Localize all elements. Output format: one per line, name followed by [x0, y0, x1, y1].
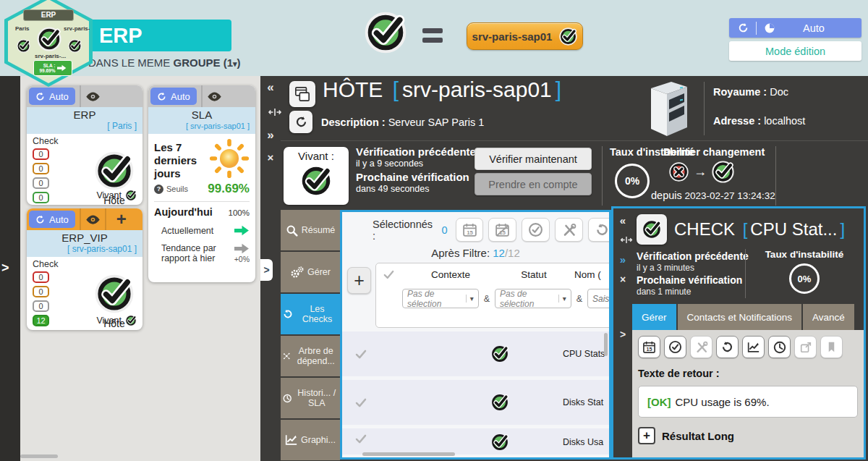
check-row-disks-usage[interactable]: Disks Usa [342, 428, 609, 454]
context-filter-select[interactable]: Pas de sélection ▾ [402, 289, 479, 308]
eye-icon[interactable] [207, 91, 222, 102]
refresh-icon [738, 22, 749, 33]
card-erp-vip[interactable]: Auto + ERP_VIP [ srv-paris-sap01 ] Check… [27, 208, 142, 330]
chevron-down-icon: ▾ [558, 295, 566, 303]
count-unknown-badge[interactable]: 0 [33, 300, 49, 312]
host-title: HÔTE [srv-paris-sap01] [323, 77, 565, 102]
add-check-button[interactable]: + [347, 267, 371, 294]
count-warning-badge[interactable]: 0 [33, 286, 49, 297]
cancel-downtime-button[interactable]: 15 [488, 218, 516, 242]
count-critical-badge[interactable]: 0 [33, 148, 49, 160]
card-erp-body: Check 0 0 0 0 Hôte Vivant [27, 134, 142, 205]
card-erp-vip-title-band: ERP_VIP [ srv-paris-sap01 ] [27, 230, 142, 257]
group-subtitle-prefix: DANS LE MEME [88, 56, 174, 69]
count-unknown-badge[interactable]: 0 [33, 177, 49, 189]
check-type-icon-button [637, 214, 667, 245]
expand-right-icon[interactable]: » [613, 253, 632, 266]
tools-button[interactable] [690, 336, 712, 358]
panel-expand-tab[interactable]: > [260, 259, 273, 281]
eye-icon[interactable] [85, 91, 101, 102]
tab-gerer[interactable]: Gérer [281, 252, 340, 292]
top-bar: ERP DANS LE MEME GROUPE (1▾) srv-paris-s… [0, 0, 868, 76]
tab-graphiques[interactable]: Graphi... [281, 420, 340, 460]
horizontal-scrollbar[interactable] [20, 454, 58, 458]
external-link-icon [799, 341, 812, 354]
sla-today-value: 100% [229, 208, 250, 217]
close-icon[interactable]: × [613, 274, 632, 285]
row-select-checkmark-icon[interactable] [355, 398, 367, 407]
plus-icon[interactable]: + [116, 211, 127, 228]
host-name: srv-paris-sap01 [402, 77, 552, 101]
check-detail-panel: « » × > CHECK [611, 206, 866, 460]
acknowledge-button[interactable] [664, 336, 686, 358]
reset-button[interactable] [716, 336, 739, 358]
row-select-checkmark-icon[interactable] [355, 350, 367, 359]
tab-les-checks[interactable]: Les Checks [281, 294, 340, 334]
collapse-left-icon[interactable]: « [260, 80, 281, 95]
status-filter-select[interactable]: Pas de sélection ▾ [495, 289, 571, 308]
check-row-cpu-stats[interactable]: CPU Stats [342, 331, 609, 376]
column-context[interactable]: Contexte [408, 269, 493, 280]
card-erp-subtitle[interactable]: [ Paris ] [33, 121, 137, 132]
card-erp-header: Auto [27, 85, 142, 107]
row-select-checkmark-icon[interactable] [355, 434, 367, 444]
card-sla[interactable]: Auto SLA [ srv-paris-sap01 ] Les 7 derni… [148, 85, 255, 282]
tab-historique-sla[interactable]: Histori... / SLA [281, 378, 340, 418]
app-screen: ERP DANS LE MEME GROUPE (1▾) srv-paris-s… [0, 0, 868, 461]
card-auto-button[interactable]: Auto [150, 88, 197, 105]
trend-flat-green-icon [234, 225, 250, 236]
group-subtitle[interactable]: DANS LE MEME GROUPE (1▾) [88, 56, 241, 69]
refresh-button[interactable] [289, 111, 312, 133]
check-row-disks-stat[interactable]: Disks Stat [342, 380, 609, 425]
count-warning-badge[interactable]: 0 [33, 163, 49, 174]
schedule-downtime-button[interactable]: 15 [638, 336, 660, 358]
host-type-icon-button[interactable] [289, 81, 315, 107]
tools-button[interactable] [555, 218, 583, 242]
card-erp-vip-subtitle[interactable]: [ srv-paris-sap01 ] [33, 244, 137, 255]
sla-today-label: Aujourd'hui [154, 206, 213, 218]
tab-resume[interactable]: Résumé [281, 210, 340, 250]
sla-thresholds-label[interactable]: Seuils [166, 185, 188, 193]
bookmark-button[interactable] [820, 336, 843, 358]
gears-icon [290, 266, 304, 279]
expand-long-result-button[interactable]: + [638, 427, 655, 444]
card-auto-button[interactable]: Auto [29, 211, 75, 228]
column-status[interactable]: Statut [493, 269, 574, 280]
tab-contacts-notifications[interactable]: Contacts et Notifications [678, 304, 802, 330]
count-ok-badge[interactable]: 0 [33, 192, 49, 203]
tab-avance[interactable]: Avancé [803, 304, 854, 330]
select-all-checkmark-icon[interactable] [383, 270, 394, 279]
host-shortcut-button[interactable]: srv-paris-sap01 [467, 22, 583, 50]
history-button[interactable] [768, 336, 791, 358]
count-critical-badge[interactable]: 0 [33, 271, 49, 283]
collapse-left-icon[interactable]: « [613, 214, 632, 227]
tab-arbre-dependances[interactable]: Arbre de dépend... [281, 336, 340, 376]
count-ok-badge[interactable]: 12 [33, 315, 49, 326]
check-now-button[interactable]: Vérifier maintenant [475, 148, 592, 170]
card-sla-subtitle[interactable]: [ srv-paris-sap01 ] [154, 121, 250, 132]
acknowledge-selection-button[interactable] [522, 218, 550, 242]
reset-button[interactable] [588, 218, 611, 242]
auto-refresh-button[interactable]: Auto [729, 18, 861, 38]
name-filter-input[interactable] [587, 289, 611, 308]
eye-icon[interactable] [85, 214, 101, 225]
horizontal-scrollbar[interactable] [362, 452, 455, 456]
acknowledge-button[interactable]: Prendre en compte [475, 173, 592, 195]
schedule-downtime-button[interactable]: 15 [456, 218, 484, 242]
vertical-scrollbar[interactable] [604, 333, 608, 356]
tab-gerer[interactable]: Gérer [632, 304, 676, 330]
group-hexagon[interactable]: ERP Paris srv-paris-... srv-paris-... SL… [4, 0, 93, 87]
chevron-right-icon: > [263, 264, 269, 276]
chevron-right-icon[interactable]: > [1, 261, 9, 276]
external-link-button[interactable] [794, 336, 817, 358]
help-icon[interactable]: ? [154, 185, 163, 194]
column-name[interactable]: Nom ( [574, 269, 601, 280]
chevron-right-icon[interactable]: > [613, 329, 632, 340]
card-erp[interactable]: Auto ERP [ Paris ] Check 0 0 0 0 [27, 85, 142, 205]
graph-button[interactable] [742, 336, 765, 358]
card-auto-button[interactable]: Auto [29, 88, 75, 105]
flapping-value-circle: 0% [789, 263, 820, 294]
close-icon[interactable]: × [260, 151, 281, 164]
expand-right-icon[interactable]: » [260, 128, 281, 143]
edit-mode-button[interactable]: Mode édition [729, 41, 861, 61]
